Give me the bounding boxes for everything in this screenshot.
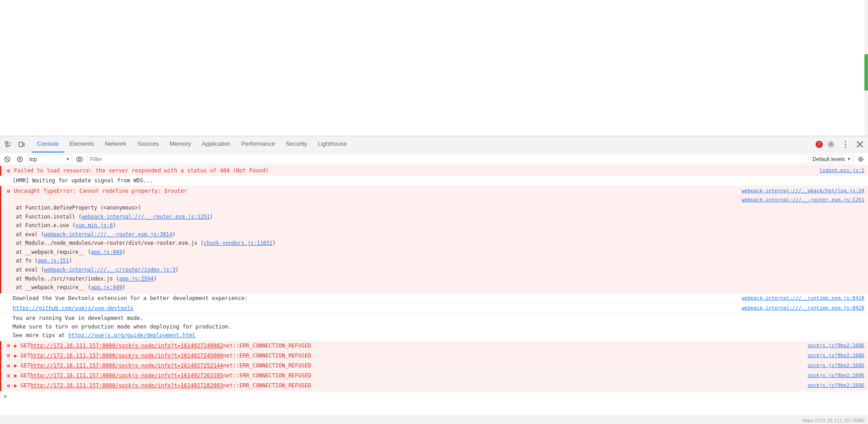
console-message-8: ⊗ ▶ GET http://172.16.111.157:8080/sockj…: [0, 361, 868, 371]
error-icon-9: ⊗: [5, 372, 12, 380]
error-icon-1: ⊗: [5, 167, 12, 175]
tab-console[interactable]: Console: [32, 136, 64, 152]
console-message-1: ⊗ Failed to load resource: the server re…: [0, 166, 868, 176]
message-source-3a[interactable]: webpack-internal:///._pback/hot/log.js:2…: [741, 187, 864, 195]
console-toolbar: top ▼ Default levels ▼: [0, 152, 868, 166]
message-source-1[interactable]: lodash.min.js:1: [820, 167, 864, 175]
stack-trace: at Function.defineProperty (<anonymous>)…: [5, 204, 276, 292]
console-message-10: ⊗ ▶ GET http://172.16.111.157:8080/sockj…: [0, 381, 868, 391]
eye-icon[interactable]: [74, 154, 85, 165]
settings-icon[interactable]: [825, 138, 837, 151]
more-options-icon[interactable]: [839, 138, 852, 151]
console-message-2: [HMR] Waiting for update signal from WDS…: [0, 176, 868, 186]
message-source-8[interactable]: sockjs.js?9be2:1606: [807, 362, 864, 370]
tab-security[interactable]: Security: [280, 136, 312, 152]
message-content-1: Failed to load resource: the server resp…: [14, 167, 820, 175]
message-source-9[interactable]: sockjs.js?9be2:1606: [807, 372, 864, 380]
tab-lighthouse[interactable]: Lighthouse: [312, 136, 352, 152]
status-bar: https://172.16.111.157:8080: [0, 416, 868, 424]
message-content-4b: https://github.com/vuejs/vue-devtools: [13, 304, 741, 313]
get-link-6[interactable]: http://172.16.111.157:8080/sockjs-node/i…: [30, 342, 223, 350]
get-link-8[interactable]: http://172.16.111.157:8080/sockjs-node/i…: [30, 362, 223, 370]
error-icon-7: ⊗: [5, 353, 12, 360]
device-toolbar-icon[interactable]: [15, 138, 28, 151]
svg-point-6: [830, 143, 832, 145]
get-link-7[interactable]: http://172.16.111.157:8080/sockjs-node/i…: [30, 352, 223, 360]
stack-link-1[interactable]: webpack-internal:///._-router.esm.js:125…: [81, 213, 210, 222]
stack-line-1: at Function.defineProperty (<anonymous>): [16, 204, 276, 213]
error-main-row: ⊗ Uncaught TypeError: Cannot redefine pr…: [5, 187, 864, 195]
message-source-10[interactable]: sockjs.js?9be2:1606: [807, 381, 864, 390]
context-selector[interactable]: top ▼: [27, 154, 72, 164]
vue-devtools-link[interactable]: https://github.com/vuejs/vue-devtools: [13, 304, 133, 313]
stack-link-7[interactable]: webpack-internal:///._-c/router/index.js…: [44, 266, 175, 275]
toolbar-icons: [2, 138, 28, 151]
stack-line-10: at __webpack_require__ (app.js:849): [16, 283, 276, 292]
get-link-10[interactable]: http://172.16.111.157:8080/sockjs-node/i…: [30, 381, 223, 390]
message-content-2: [HMR] Waiting for update signal from WDS…: [13, 176, 864, 185]
status-url: https://172.16.111.157:8080: [802, 418, 864, 423]
message-source-3b[interactable]: webpack-internal:///._-router.esm.js:125…: [741, 196, 864, 204]
tab-network[interactable]: Network: [99, 136, 132, 152]
toolbar-right: 7: [816, 138, 866, 151]
stack-link-4[interactable]: chunk-vendors.js:11031: [203, 239, 272, 248]
filter-input[interactable]: [87, 154, 808, 164]
stack-link-8[interactable]: app.js:2594: [119, 275, 153, 284]
console-message-3: ⊗ Uncaught TypeError: Cannot redefine pr…: [0, 186, 868, 293]
stack-line-6: at __webpack_require__ (app.js:849): [16, 248, 276, 257]
stack-line-5: at Module../node_modules/vue-router/dist…: [16, 239, 276, 248]
stack-link-5[interactable]: app.js:849: [91, 248, 122, 257]
get-link-9[interactable]: http://172.16.111.157:8080/sockjs-node/i…: [30, 372, 223, 380]
message-source-7[interactable]: sockjs.js?9be2:1606: [807, 352, 864, 360]
message-content-6: ▶ GET http://172.16.111.157:8080/sockjs-…: [14, 342, 807, 350]
stack-line-4: at eval (webpack-internal:///._-router.e…: [16, 230, 276, 239]
svg-point-8: [845, 143, 846, 145]
page-scrollbar-thumb[interactable]: [864, 54, 868, 91]
message-content-7: ▶ GET http://172.16.111.157:8080/sockjs-…: [14, 352, 807, 360]
devtools-tabs: Console Elements Network Sources Memory …: [32, 136, 816, 152]
stack-link-2[interactable]: vue.min.js:6: [75, 221, 113, 230]
stack-line-8: at eval (webpack-internal:///._-c/router…: [16, 266, 276, 275]
filter-icon[interactable]: [14, 154, 25, 165]
error-icon-10: ⊗: [5, 382, 12, 390]
stack-line-3: at Function.e.use (vue.min.js:6): [16, 221, 276, 230]
clear-console-icon[interactable]: [2, 154, 13, 165]
deployment-link[interactable]: https://vuejs.org/guide/deployment.html: [68, 332, 196, 338]
stack-link-9[interactable]: app.js:849: [91, 283, 122, 292]
devtools-tab-bar: Console Elements Network Sources Memory …: [0, 136, 868, 152]
info-icon-4: [4, 295, 11, 302]
stack-link-3[interactable]: webpack-internal:///._-router.esm.js:301…: [44, 230, 172, 239]
stack-link-6[interactable]: app.js:151: [38, 257, 69, 266]
tab-performance[interactable]: Performance: [236, 136, 280, 152]
console-output: ⊗ Failed to load resource: the server re…: [0, 166, 868, 416]
svg-point-7: [845, 141, 846, 142]
tab-elements[interactable]: Elements: [64, 136, 99, 152]
message-source-4[interactable]: webpack-internal:///._runtime.esm.js:841…: [741, 294, 864, 302]
console-message-9: ⊗ ▶ GET http://172.16.111.157:8080/sockj…: [0, 371, 868, 381]
inspect-element-icon[interactable]: [2, 138, 14, 151]
error-badge: 7: [816, 141, 823, 148]
page-scrollbar[interactable]: [864, 0, 868, 136]
console-settings-icon[interactable]: [855, 154, 866, 165]
svg-rect-0: [5, 142, 8, 144]
stack-line-9: at Module../src/router/index.js (app.js:…: [16, 275, 276, 284]
svg-point-19: [79, 158, 81, 160]
message-content-5: You are running Vue in development mode.…: [13, 314, 864, 340]
stack-line-7: at fn (app.js:151): [16, 257, 276, 266]
devtools-panel: Console Elements Network Sources Memory …: [0, 136, 868, 424]
message-content-8: ▶ GET http://172.16.111.157:8080/sockjs-…: [14, 362, 807, 370]
log-level-selector[interactable]: Default levels ▼: [810, 154, 854, 164]
error-icon-6: ⊗: [5, 343, 12, 350]
tab-sources[interactable]: Sources: [132, 136, 165, 152]
console-message-6: ⊗ ▶ GET http://172.16.111.157:8080/sockj…: [0, 341, 868, 351]
console-prompt: >: [0, 391, 868, 402]
message-source-4b[interactable]: webpack-internal:///._runtime.esm.js:842…: [741, 304, 864, 312]
error-count-badge: 7: [816, 141, 823, 148]
console-message-5: You are running Vue in development mode.…: [0, 314, 868, 341]
error-main-text: Uncaught TypeError: Cannot redefine prop…: [14, 187, 187, 195]
message-content-10: ▶ GET http://172.16.111.157:8080/sockjs-…: [14, 381, 807, 390]
tab-application[interactable]: Application: [196, 136, 236, 152]
message-source-6[interactable]: sockjs.js?9be2:1606: [807, 342, 864, 350]
tab-memory[interactable]: Memory: [164, 136, 196, 152]
close-devtools-icon[interactable]: [854, 138, 866, 151]
